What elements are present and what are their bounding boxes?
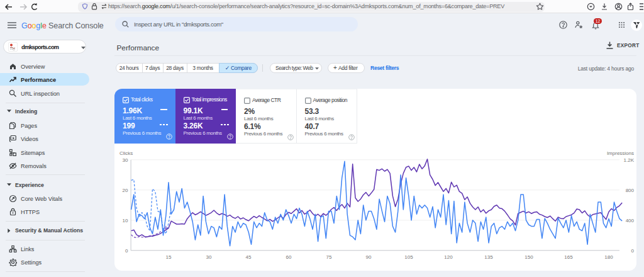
svg-text:30: 30 xyxy=(206,254,212,260)
svg-text:75: 75 xyxy=(326,254,332,260)
svg-text:1.2K: 1.2K xyxy=(624,157,635,163)
svg-text:60: 60 xyxy=(286,254,292,260)
svg-text:20: 20 xyxy=(123,188,128,193)
svg-text:800: 800 xyxy=(626,188,635,193)
svg-text:400: 400 xyxy=(626,218,635,223)
svg-text:10: 10 xyxy=(123,218,128,223)
svg-text:165: 165 xyxy=(564,254,573,260)
svg-text:Impressions: Impressions xyxy=(607,150,634,156)
svg-text:0: 0 xyxy=(631,248,635,254)
svg-text:150: 150 xyxy=(525,254,533,260)
svg-text:30: 30 xyxy=(123,157,128,163)
svg-text:135: 135 xyxy=(484,254,493,260)
svg-text:90: 90 xyxy=(366,254,372,260)
svg-text:180: 180 xyxy=(604,254,613,260)
svg-text:105: 105 xyxy=(404,254,413,260)
svg-text:15: 15 xyxy=(166,254,172,260)
svg-text:45: 45 xyxy=(246,254,252,260)
svg-text:120: 120 xyxy=(444,254,453,260)
svg-text:Clicks: Clicks xyxy=(119,150,133,156)
svg-text:0: 0 xyxy=(125,248,128,254)
